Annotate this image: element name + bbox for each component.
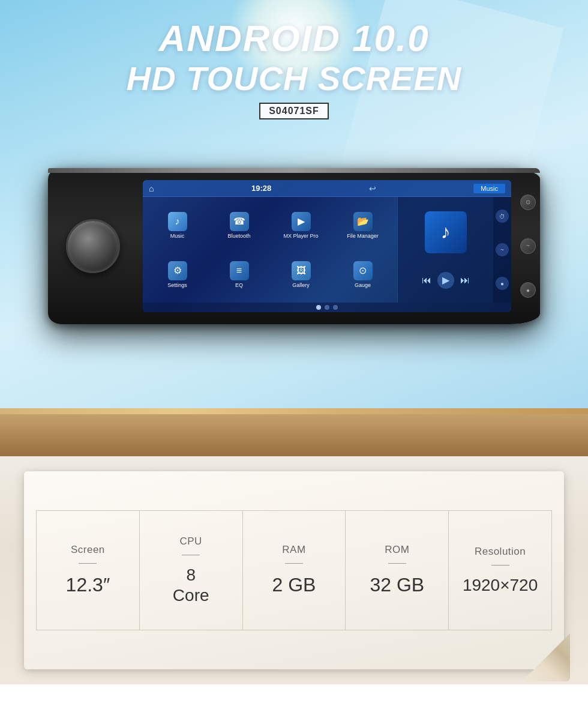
spec-rom: ROM 32 GB — [345, 510, 448, 630]
eq-icon: ≡ — [230, 261, 249, 280]
sidebar-light-btn[interactable]: ● — [496, 277, 509, 290]
music-panel: ♪ ⏮ ▶ ⏭ — [397, 197, 493, 303]
screen-sidebar: ⏱ ~ ● — [493, 197, 511, 303]
filemanager-icon: 📂 — [353, 212, 373, 231]
app-eq[interactable]: ≡ EQ — [209, 251, 269, 298]
sidebar-clock-btn[interactable]: ⏱ — [496, 210, 509, 223]
spec-resolution-value: 1920×720 — [463, 575, 538, 596]
right-buttons: ⊙ ~ ● — [516, 168, 540, 324]
app-gauge[interactable]: ⊙ Gauge — [333, 251, 392, 298]
spec-rom-value: 32 GB — [370, 573, 424, 596]
spec-cpu-divider — [182, 555, 200, 555]
sidebar-signal-btn[interactable]: ~ — [496, 243, 509, 256]
prev-button[interactable]: ⏮ — [422, 275, 431, 286]
spec-cpu: CPU 8 Core — [139, 510, 242, 630]
right-btn-3[interactable]: ● — [520, 282, 536, 298]
app-settings[interactable]: ⚙ Settings — [148, 251, 207, 298]
model-badge: S04071SF — [259, 103, 329, 119]
desk-surface — [0, 408, 588, 456]
specs-section: Screen 12.3″ CPU 8 Core RAM 2 GB ROM 32 … — [0, 456, 588, 684]
gallery-icon: 🖼 — [292, 261, 311, 280]
settings-icon: ⚙ — [168, 261, 187, 280]
app-gallery[interactable]: 🖼 Gallery — [271, 251, 331, 298]
dot-3[interactable] — [333, 305, 338, 310]
title-block: ANDROID 10.0 HD TOUCH SCREEN S04071SF — [0, 18, 588, 119]
dot-2[interactable] — [325, 305, 329, 310]
spec-resolution-label: Resolution — [475, 546, 526, 558]
sub-title: HD TOUCH SCREEN — [0, 59, 588, 98]
dot-1[interactable] — [316, 305, 321, 310]
app-mxplayer[interactable]: ▶ MX Player Pro — [271, 202, 331, 249]
mxplayer-icon: ▶ — [292, 212, 311, 231]
spec-rom-label: ROM — [385, 544, 409, 556]
screen-inner: ⌂ 19:28 ↩ Music ♪ Music — [143, 180, 511, 312]
knob-area — [48, 168, 138, 324]
app-music[interactable]: ♪ Music — [148, 202, 207, 249]
screen-area: ⌂ 19:28 ↩ Music ♪ Music — [143, 180, 511, 312]
spec-screen-divider — [79, 563, 97, 564]
right-btn-1[interactable]: ⊙ — [520, 195, 536, 210]
screen-content: ♪ Music ☎ Bluetooth ▶ MX Player Pro — [143, 197, 511, 303]
spec-ram-label: RAM — [282, 544, 305, 556]
car-unit-wrapper: ⌂ 19:28 ↩ Music ♪ Music — [48, 168, 540, 324]
back-icon[interactable]: ↩ — [369, 184, 376, 193]
spec-cpu-label: CPU — [179, 536, 202, 548]
spec-screen: Screen 12.3″ — [36, 510, 139, 630]
app-filemanager[interactable]: 📂 File Manager — [333, 202, 392, 249]
next-button[interactable]: ⏭ — [460, 275, 470, 286]
spec-ram-divider — [285, 563, 303, 564]
spec-ram: RAM 2 GB — [242, 510, 346, 630]
spec-rom-divider — [388, 563, 406, 564]
spec-cpu-value: 8 Core — [173, 565, 209, 605]
play-button[interactable]: ▶ — [437, 272, 454, 289]
spec-screen-value: 12.3″ — [66, 573, 110, 596]
home-icon[interactable]: ⌂ — [149, 184, 154, 193]
spec-resolution-divider — [491, 565, 509, 566]
gauge-icon: ⊙ — [353, 261, 373, 280]
screen-time: 19:28 — [251, 184, 271, 193]
volume-knob[interactable] — [66, 219, 120, 273]
screen-topbar: ⌂ 19:28 ↩ Music — [143, 180, 511, 197]
spec-screen-label: Screen — [71, 544, 105, 556]
spec-ram-value: 2 GB — [272, 573, 316, 596]
car-head-unit: ⌂ 19:28 ↩ Music ♪ Music — [48, 168, 540, 324]
spec-resolution: Resolution 1920×720 — [448, 510, 552, 630]
music-tab[interactable]: Music — [473, 184, 505, 193]
page-dots — [143, 303, 511, 312]
specs-grid: Screen 12.3″ CPU 8 Core RAM 2 GB ROM 32 … — [36, 510, 552, 630]
album-art: ♪ — [425, 211, 467, 253]
main-title: ANDROID 10.0 — [0, 18, 588, 59]
right-btn-2[interactable]: ~ — [520, 238, 536, 254]
music-controls: ⏮ ▶ ⏭ — [422, 272, 470, 289]
music-icon: ♪ — [168, 212, 187, 231]
bluetooth-icon: ☎ — [230, 212, 249, 231]
app-grid: ♪ Music ☎ Bluetooth ▶ MX Player Pro — [143, 197, 397, 303]
app-bluetooth[interactable]: ☎ Bluetooth — [209, 202, 269, 249]
sky-background: ANDROID 10.0 HD TOUCH SCREEN S04071SF ⌂ … — [0, 0, 588, 456]
specs-paper: Screen 12.3″ CPU 8 Core RAM 2 GB ROM 32 … — [24, 471, 564, 669]
